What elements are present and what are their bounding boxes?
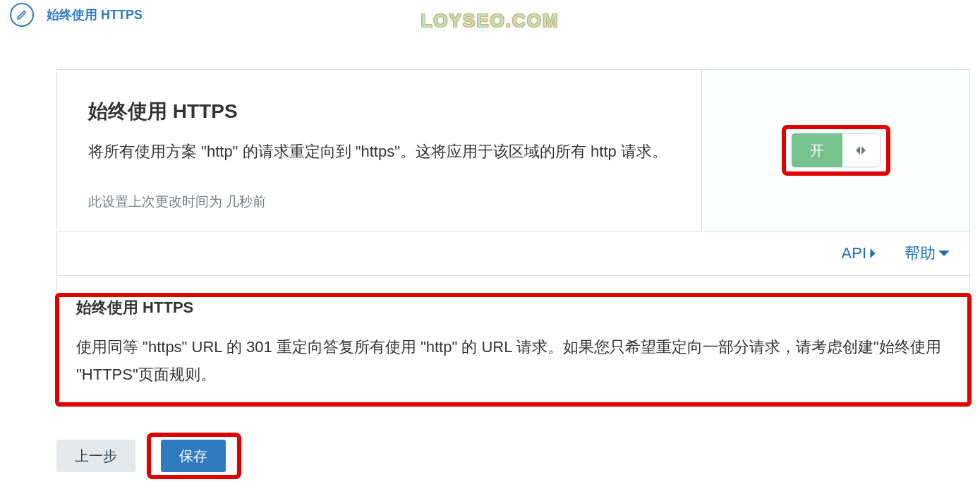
caret-left-icon — [855, 146, 861, 155]
edit-button[interactable] — [10, 3, 34, 27]
caret-down-icon — [938, 250, 950, 257]
section-title: 始终使用 HTTPS — [47, 6, 143, 23]
help-body: 使用同等 "https" URL 的 301 重定向答复所有使用 "http" … — [76, 334, 950, 388]
help-link-label: 帮助 — [905, 243, 936, 264]
back-button[interactable]: 上一步 — [56, 440, 135, 472]
api-link-label: API — [842, 244, 866, 263]
caret-right-icon — [869, 248, 876, 258]
highlight-toggle: 开 — [782, 125, 890, 176]
toggle-on-label: 开 — [792, 133, 842, 167]
api-link[interactable]: API — [842, 243, 876, 264]
help-panel: 始终使用 HTTPS 使用同等 "https" URL 的 301 重定向答复所… — [56, 276, 970, 407]
highlight-save: 保存 — [147, 433, 241, 479]
pencil-icon — [16, 9, 28, 20]
highlight-help: 始终使用 HTTPS 使用同等 "https" URL 的 301 重定向答复所… — [55, 293, 972, 406]
card-title: 始终使用 HTTPS — [88, 98, 670, 125]
toggle-knob — [842, 133, 881, 167]
card-footer: API 帮助 — [56, 231, 970, 276]
help-link[interactable]: 帮助 — [905, 243, 950, 264]
settings-card: 始终使用 HTTPS 将所有使用方案 "http" 的请求重定向到 "https… — [56, 69, 970, 231]
card-last-changed: 此设置上次更改时间为 几秒前 — [88, 193, 670, 211]
card-description: 将所有使用方案 "http" 的请求重定向到 "https"。这将应用于该区域的… — [88, 139, 670, 164]
help-title: 始终使用 HTTPS — [76, 297, 950, 318]
caret-right-icon — [861, 146, 866, 155]
https-toggle[interactable]: 开 — [792, 133, 881, 167]
save-button[interactable]: 保存 — [161, 440, 226, 472]
